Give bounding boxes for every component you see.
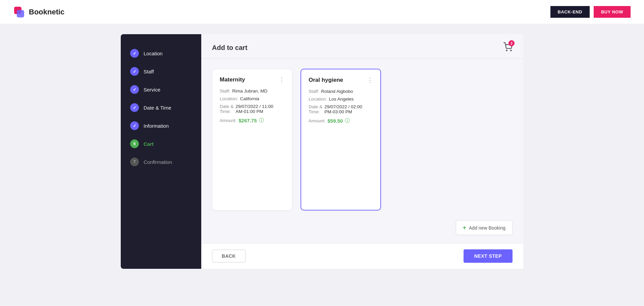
main-layout: ✓ Location ✓ Staff ✓ Service ✓ Date & Ti… — [121, 34, 523, 269]
booking-card-oral-hygiene[interactable]: Oral hygiene ⋮ Staff: Roland Aigbobo Loc… — [301, 69, 381, 210]
step-badge-cart: 6 — [130, 139, 139, 148]
cart-icon-wrapper[interactable]: 2 — [503, 42, 513, 53]
logo-text: Booknetic — [29, 8, 64, 16]
sidebar-item-confirmation[interactable]: 7 Confirmation — [121, 153, 201, 171]
amount-label-oral-hygiene: Amount: — [309, 118, 325, 123]
svg-point-3 — [511, 50, 511, 51]
info-icon-oral-hygiene[interactable]: ⓘ — [345, 118, 350, 124]
backend-button[interactable]: BACK-END — [550, 6, 590, 18]
header-buttons: BACK-END BUY NOW — [550, 6, 631, 18]
add-booking-label: Add new Booking — [469, 225, 505, 231]
info-icon-maternity[interactable]: ⓘ — [259, 117, 264, 124]
sidebar-label-location: Location — [144, 51, 163, 56]
datetime-value-oral-hygiene: 29/07/2022 / 02:00PM-03:00 PM — [324, 104, 362, 114]
sidebar-item-location[interactable]: ✓ Location — [121, 44, 201, 62]
datetime-label-maternity: Date &Time: — [220, 104, 233, 114]
sidebar-item-information[interactable]: ✓ Information — [121, 117, 201, 135]
sidebar-label-datetime: Date & Time — [144, 105, 171, 111]
header: Booknetic BACK-END BUY NOW — [0, 0, 644, 24]
sidebar-label-confirmation: Confirmation — [144, 159, 172, 165]
card-title-oral-hygiene: Oral hygiene — [309, 77, 343, 83]
logo-area: Booknetic — [13, 6, 64, 18]
location-label-oral-hygiene: Location: — [309, 97, 327, 102]
sidebar: ✓ Location ✓ Staff ✓ Service ✓ Date & Ti… — [121, 34, 201, 269]
staff-value-maternity: Rima Jubran, MD — [232, 88, 267, 94]
datetime-value-maternity: 29/07/2022 / 11:00AM-01:00 PM — [235, 104, 273, 114]
location-label-maternity: Location: — [220, 96, 238, 101]
content-title: Add to cart — [212, 44, 248, 52]
location-value-oral-hygiene: Los Angeles — [329, 97, 354, 102]
svg-rect-1 — [17, 10, 24, 17]
card-menu-maternity[interactable]: ⋮ — [279, 77, 285, 83]
staff-label-maternity: Staff: — [220, 88, 230, 94]
sidebar-label-cart: Cart — [144, 141, 154, 147]
card-menu-oral-hygiene[interactable]: ⋮ — [367, 77, 373, 83]
sidebar-item-datetime[interactable]: ✓ Date & Time — [121, 99, 201, 117]
step-badge-location: ✓ — [130, 49, 139, 58]
cart-badge: 2 — [508, 40, 515, 46]
booking-card-maternity[interactable]: Maternity ⋮ Staff: Rima Jubran, MD Locat… — [212, 69, 292, 210]
next-step-button[interactable]: NEXT STEP — [464, 249, 513, 263]
location-value-maternity: California — [240, 96, 259, 101]
add-booking-area: + Add new Booking — [201, 221, 523, 243]
staff-value-oral-hygiene: Roland Aigbobo — [321, 89, 353, 94]
sidebar-item-staff[interactable]: ✓ Staff — [121, 62, 201, 80]
sidebar-label-service: Service — [144, 87, 160, 93]
content-header: Add to cart 2 — [201, 34, 523, 59]
footer-bar: BACK NEXT STEP — [201, 243, 523, 269]
logo-icon — [13, 6, 25, 18]
svg-point-2 — [506, 50, 507, 51]
amount-value-oral-hygiene: $59.50 — [327, 118, 343, 124]
card-title-maternity: Maternity — [220, 76, 245, 83]
content-area: Add to cart 2 Maternity ⋮ Staff: — [201, 34, 523, 269]
back-button[interactable]: BACK — [212, 250, 246, 262]
sidebar-item-cart[interactable]: 6 Cart — [121, 135, 201, 153]
step-badge-staff: ✓ — [130, 67, 139, 76]
add-booking-button[interactable]: + Add new Booking — [456, 221, 513, 235]
amount-label-maternity: Amount: — [220, 118, 236, 123]
sidebar-item-service[interactable]: ✓ Service — [121, 80, 201, 99]
amount-value-maternity: $267.75 — [238, 118, 257, 123]
staff-label-oral-hygiene: Staff: — [309, 89, 319, 94]
add-icon: + — [463, 224, 467, 231]
step-badge-information: ✓ — [130, 121, 139, 130]
sidebar-label-staff: Staff — [144, 69, 154, 74]
sidebar-label-information: Information — [144, 123, 169, 129]
buynow-button[interactable]: BUY NOW — [594, 6, 631, 18]
step-badge-service: ✓ — [130, 85, 139, 94]
cards-container: Maternity ⋮ Staff: Rima Jubran, MD Locat… — [201, 59, 523, 221]
step-badge-confirmation: 7 — [130, 158, 139, 166]
datetime-label-oral-hygiene: Date &Time: — [309, 104, 322, 114]
step-badge-datetime: ✓ — [130, 103, 139, 112]
